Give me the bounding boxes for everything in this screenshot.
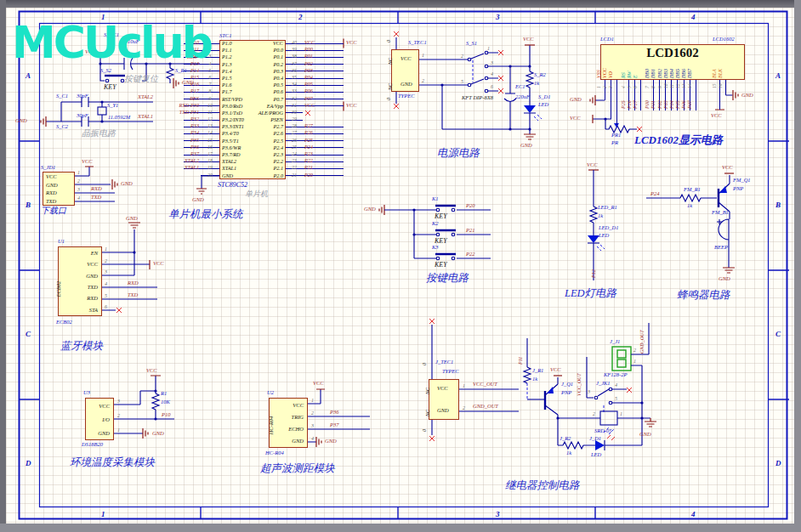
pin-name: P0.0 [253, 47, 286, 54]
pin-name: RXD [43, 190, 57, 195]
pin-number: 10 [663, 84, 669, 89]
pin-number: 5 [105, 293, 107, 298]
part-number: STC89C52 [218, 182, 247, 189]
net-label: P04 [669, 100, 675, 109]
designator: LED_R1 [598, 205, 617, 211]
lcd-pin: DB7 14 P07 [693, 49, 699, 110]
part-value: 30pF [77, 93, 88, 99]
ultrasonic-body[interactable]: VCCTRIGECHOGND [269, 398, 308, 448]
pin-number: 6 [201, 75, 219, 82]
pin-name: GND [219, 173, 253, 179]
pin-number: 11 [669, 84, 675, 88]
net-label: GND [719, 276, 730, 282]
pin-name: VCC [99, 403, 113, 409]
part-number: ECB02 [56, 320, 72, 325]
pin-name: RW [627, 71, 633, 78]
bluetooth-module-body[interactable]: ENVCCGNDTXDRXDSTA [58, 246, 102, 316]
pin-name: P0.6 [253, 88, 286, 95]
pin-name: P0.3 [253, 68, 286, 75]
net-label: P11 [518, 357, 523, 365]
pin-number: 19 [201, 165, 219, 172]
part-value: 1k [534, 81, 539, 87]
lcd-pin: VSS 1 [602, 49, 608, 110]
pin-number: 9 [201, 96, 219, 103]
designator: PR1 [611, 133, 621, 139]
designator: U2 [267, 390, 274, 396]
part-value: 1k [598, 213, 603, 219]
designator: K2 [432, 221, 439, 227]
section-caption: 蓝牙模块 [60, 341, 103, 352]
pin-name: RST/VPD [219, 96, 253, 103]
pin-name: XTAL2 [219, 158, 253, 165]
pin-name: P2.4 [253, 144, 286, 151]
download-connector-body[interactable]: VCCGNDRXDTXD [43, 172, 75, 206]
designator: S_S2 [100, 68, 111, 74]
pin-number: 35 [286, 75, 303, 82]
net-label: P20 [466, 203, 474, 209]
pin-name: P3.3/INT1 [219, 123, 253, 130]
zone-row: D [775, 459, 781, 467]
net-label: P27 [633, 100, 639, 109]
pin-number: 5 [201, 68, 219, 75]
pin-name: P2.5 [253, 138, 286, 144]
net-label: P01 [650, 100, 656, 109]
pin-name: BLK [718, 69, 724, 78]
pin-number: 4 [491, 71, 493, 76]
pin-name: VCC [87, 261, 101, 267]
pin-number: 0 [386, 40, 391, 42]
designator: S_R1 [175, 68, 187, 74]
pin-name: TXD [43, 198, 56, 204]
ds18b20-body[interactable]: VCCI/OGND [85, 398, 114, 440]
pin-number: 2 [593, 411, 595, 416]
net-label: VCC [153, 261, 164, 267]
net-label: P07 [687, 100, 693, 109]
pin-number: 2 [461, 54, 463, 59]
pin-number: 14 [201, 130, 219, 137]
pin-name: NC [388, 83, 393, 90]
net-label: P03 [663, 100, 669, 109]
pin-number: 25 [286, 144, 303, 151]
pin-number: 12 [201, 116, 219, 123]
pin-name: TRIG [292, 414, 307, 420]
part-value: 30pF [77, 113, 88, 119]
pin-number: 3 [77, 187, 80, 192]
pin-number: 1 [77, 170, 80, 175]
designator: S_C2 [56, 124, 68, 130]
pin-name: NC [388, 58, 393, 65]
pin-name: VCC [437, 386, 448, 392]
net-label: VCC [550, 367, 561, 373]
pin-number: 1 [105, 246, 107, 252]
net-label: GND [121, 181, 133, 187]
net-label: VCC [346, 103, 357, 109]
net-label: VCC [313, 381, 324, 387]
pin-number: 2 [105, 258, 107, 263]
designator: K3 [432, 245, 439, 251]
pin-name: P2.3 [253, 151, 286, 158]
part-name-vertical: HC-R04 [269, 416, 275, 435]
zone-col: 3 [496, 510, 500, 518]
pin-number: 24 [286, 151, 303, 158]
part-value: KEY [104, 84, 116, 91]
part-number: KF128-2P [604, 372, 627, 378]
pin-name: P3.0/RxD [219, 103, 253, 110]
designator: S_R2 [534, 72, 546, 78]
net-label: P36 [330, 410, 338, 416]
part-value: 1k [566, 450, 571, 456]
part-value: KEY [435, 262, 447, 269]
pin-number: 4 [105, 281, 107, 286]
pin-number: 3 [608, 86, 614, 88]
designator: FM_Q1 [733, 178, 751, 184]
pin-number: 11 [201, 110, 219, 116]
net-label: VCC [570, 116, 581, 122]
pin-number: 29 [286, 116, 303, 123]
net-label: VCC [523, 37, 534, 42]
net-label: VCC_OUT [577, 373, 582, 396]
pin-number: 1 [422, 53, 424, 58]
pin-name: P1.3 [219, 61, 253, 68]
pin-number: 22 [286, 165, 303, 172]
lcd-pin: VO 3 [614, 49, 620, 110]
zone-row: C [775, 330, 781, 338]
section-caption: 电源电路 [437, 148, 480, 159]
pin-number: 36 [286, 68, 303, 75]
pin-name: BLA [712, 69, 718, 78]
